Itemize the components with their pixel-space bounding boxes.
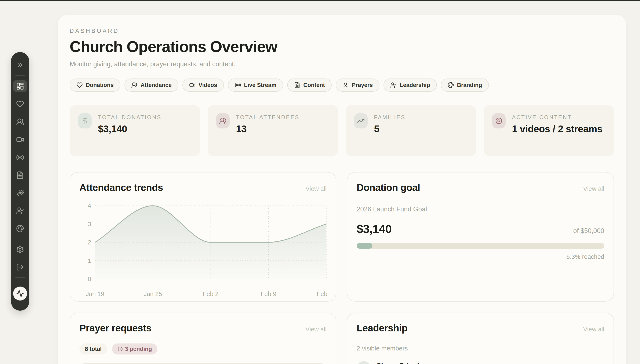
sidebar-item-live-stream[interactable] (14, 152, 26, 164)
chip-branding[interactable]: Branding (441, 78, 489, 92)
sidebar-divider (16, 277, 25, 278)
stat-value: 13 (236, 123, 300, 134)
sidebar-item-attendance[interactable] (14, 116, 26, 128)
view-all-link[interactable]: View all (583, 186, 604, 192)
badge-label: 8 total (85, 346, 102, 352)
sidebar-item-content[interactable] (14, 169, 26, 181)
users-icon (216, 113, 230, 128)
radio-icon (235, 82, 241, 88)
avatar: SP (356, 361, 370, 364)
goal-percent-label: 6.3% reached (356, 253, 604, 260)
stat-card-active-content: ACTIVE CONTENT 1 videos / 2 streams (484, 105, 614, 156)
sidebar-divider (16, 75, 25, 76)
view-all-link[interactable]: View all (306, 326, 326, 333)
goal-amount: $3,140 (356, 222, 392, 236)
card-title: Donation goal (356, 182, 420, 193)
layout-dashboard-icon (16, 82, 24, 90)
goal-name: 2026 Launch Fund Goal (356, 206, 604, 213)
stat-value: 5 (374, 123, 406, 134)
svg-text:0: 0 (88, 276, 91, 282)
svg-text:Feb 9: Feb 9 (261, 290, 276, 297)
donation-progress-fill (356, 243, 372, 249)
attendance-line-chart: 01234Jan 19Jan 25Feb 2Feb 9Feb 13 (79, 201, 328, 300)
chip-label: Donations (86, 82, 114, 88)
card-title: Prayer requests (79, 322, 151, 334)
goal-target: of $50,000 (573, 227, 604, 235)
svg-text:4: 4 (88, 202, 91, 209)
user-check-icon (16, 207, 24, 215)
stat-label: TOTAL ATTENDEES (236, 114, 300, 121)
chip-label: Prayers (352, 82, 373, 88)
breadcrumb-kicker: DASHBOARD (70, 28, 614, 34)
stat-card-families: FAMILIES 5 (346, 105, 476, 156)
chip-live-stream[interactable]: Live Stream (228, 78, 283, 92)
palette-icon (16, 224, 24, 232)
heart-icon (76, 82, 83, 88)
sidebar-item-leadership[interactable] (14, 205, 26, 217)
file-text-icon (294, 82, 300, 88)
svg-text:2: 2 (88, 239, 91, 246)
file-text-icon (16, 171, 24, 179)
chip-label: Videos (198, 82, 217, 88)
video-icon (189, 82, 196, 88)
sidebar-expand-button[interactable] (14, 59, 26, 71)
chip-leadership[interactable]: Leadership (384, 78, 437, 92)
chip-attendance[interactable]: Attendance (124, 78, 178, 92)
settings-icon (16, 245, 24, 253)
svg-text:3: 3 (88, 221, 91, 228)
view-all-link[interactable]: View all (583, 326, 604, 333)
attendance-trends-card: Attendance trends View all 01234Jan 19Ja… (70, 172, 336, 302)
svg-text:Jan 25: Jan 25 (144, 290, 162, 297)
trending-up-icon (354, 113, 368, 128)
chip-donations[interactable]: Donations (70, 78, 120, 92)
stat-label: FAMILIES (374, 114, 406, 121)
app-logo[interactable] (13, 286, 27, 300)
sidebar (11, 52, 29, 311)
palette-icon (448, 82, 454, 88)
video-icon (16, 136, 24, 144)
stat-card-total-donations: TOTAL DONATIONS $3,140 (70, 105, 200, 156)
stat-value: $3,140 (98, 123, 162, 134)
sidebar-item-donations[interactable] (14, 98, 26, 110)
sidebar-item-logout[interactable] (14, 261, 26, 273)
visible-members-label: 2 visible members (356, 345, 604, 352)
activity-logo-icon (16, 290, 24, 297)
chip-label: Content (303, 82, 325, 88)
chip-label: Attendance (140, 82, 172, 88)
member-row: SP Shane Pringle Lead Pastor (356, 361, 604, 364)
svg-text:Feb 2: Feb 2 (203, 290, 218, 297)
chip-content[interactable]: Content (287, 78, 332, 92)
quick-nav-chips: Donations Attendance Videos Live Stream … (70, 78, 614, 92)
member-name: Shane Pringle (376, 362, 423, 364)
sidebar-item-videos[interactable] (14, 134, 26, 146)
sidebar-item-prayers[interactable] (14, 187, 26, 199)
svg-text:Jan 19: Jan 19 (86, 290, 104, 297)
donation-progress-bar (356, 243, 604, 249)
svg-text:Feb 13: Feb 13 (317, 290, 328, 297)
chip-label: Branding (457, 82, 482, 88)
stat-label: ACTIVE CONTENT (512, 114, 602, 121)
sidebar-item-dashboard[interactable] (13, 80, 27, 92)
sidebar-item-settings[interactable] (14, 243, 26, 255)
radio-icon (16, 154, 24, 162)
log-out-icon (16, 263, 24, 271)
chevrons-right-icon (16, 61, 24, 69)
users-icon (131, 82, 138, 88)
chip-prayers[interactable]: Prayers (336, 78, 380, 92)
sidebar-item-branding[interactable] (14, 223, 26, 234)
total-requests-badge: 8 total (79, 344, 107, 354)
sidebar-divider (16, 239, 25, 239)
chip-label: Live Stream (244, 82, 276, 88)
svg-text:1: 1 (88, 257, 91, 264)
chip-videos[interactable]: Videos (182, 78, 224, 92)
view-all-link[interactable]: View all (306, 186, 326, 192)
card-title: Attendance trends (79, 182, 163, 193)
chip-label: Leadership (400, 82, 430, 88)
pending-requests-badge: 3 pending (112, 344, 158, 354)
stat-value: 1 videos / 2 streams (512, 123, 602, 134)
stat-label: TOTAL DONATIONS (98, 114, 162, 121)
circle-dot-icon (492, 113, 506, 128)
hand-heart-icon (16, 189, 24, 197)
window-top-edge (0, 0, 640, 1)
users-icon (16, 118, 24, 126)
